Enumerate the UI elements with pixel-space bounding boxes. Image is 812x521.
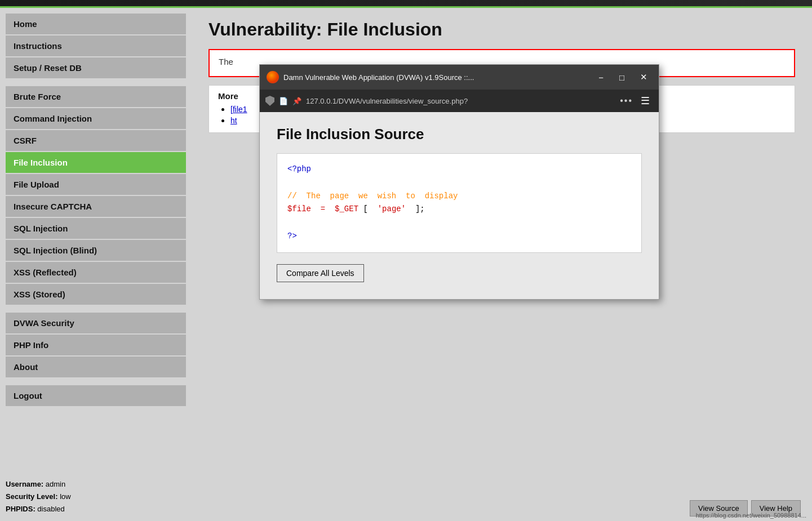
popup-title: Damn Vulnerable Web Application (DVWA) v… (283, 73, 587, 82)
code-line-6: ?> (287, 230, 631, 243)
sidebar-item-logout[interactable]: Logout (6, 385, 186, 406)
menu-dots: ••• (620, 96, 633, 106)
code-line-4: $file = $_GET [ 'page' ]; (287, 203, 631, 216)
status-url: https://blog.csdn.net/weixin_50988814... (696, 512, 806, 519)
code-line-2 (287, 176, 631, 190)
popup-addressbar: 📄 📌 127.0.0.1/DVWA/vulnerabilities/view_… (260, 90, 659, 112)
sidebar-item-dvwa-security[interactable]: DVWA Security (6, 313, 186, 333)
phpids-line: PHPIDS: disabled (6, 503, 186, 515)
close-button[interactable]: ✕ (636, 71, 652, 83)
sidebar-item-instructions[interactable]: Instructions (6, 35, 186, 56)
code-line-5 (287, 216, 631, 230)
sidebar-item-file-inclusion[interactable]: File Inclusion (6, 152, 186, 173)
sidebar-item-csrf[interactable]: CSRF (6, 130, 186, 151)
red-box-text: The (219, 57, 233, 66)
page-icon: 📄 (279, 97, 288, 105)
sidebar-item-command-injection[interactable]: Command Injection (6, 108, 186, 129)
shield-icon (265, 96, 274, 106)
sidebar-item-php-info[interactable]: PHP Info (6, 335, 186, 355)
sidebar-item-xss-stored[interactable]: XSS (Stored) (6, 284, 186, 305)
sidebar-item-brute-force[interactable]: Brute Force (6, 86, 186, 107)
username-label: Username: (6, 480, 43, 488)
sidebar-item-insecure-captcha[interactable]: Insecure CAPTCHA (6, 196, 186, 217)
phpids-label: PHPIDS: (6, 505, 36, 513)
main-content: Vulnerability: File Inclusion The More [… (192, 8, 812, 521)
code-box: <?php // The page we wish to display $fi… (277, 153, 642, 253)
minimize-button[interactable]: − (594, 72, 608, 83)
username-line: Username: admin (6, 478, 186, 491)
popup-body: File Inclusion Source <?php // The page … (260, 112, 659, 299)
page-title: Vulnerability: File Inclusion (208, 19, 795, 40)
hamburger-button[interactable]: ☰ (637, 93, 653, 108)
address-url[interactable]: 127.0.0.1/DVWA/vulnerabilities/view_sour… (306, 97, 615, 105)
pin-icon: 📌 (292, 97, 301, 105)
compare-all-levels-button[interactable]: Compare All Levels (277, 264, 364, 282)
sidebar: HomeInstructionsSetup / Reset DB Brute F… (0, 8, 192, 521)
popup-window: Damn Vulnerable Web Application (DVWA) v… (259, 64, 659, 300)
sidebar-item-home[interactable]: Home (6, 14, 186, 34)
sidebar-item-xss-reflected[interactable]: XSS (Reflected) (6, 262, 186, 283)
sidebar-item-sql-injection-blind[interactable]: SQL Injection (Blind) (6, 240, 186, 261)
top-bar (0, 0, 812, 8)
firefox-icon (267, 71, 279, 83)
sidebar-item-about[interactable]: About (6, 357, 186, 377)
security-label: Security Level: (6, 492, 58, 501)
code-line-3: // The page we wish to display (287, 190, 631, 203)
maximize-button[interactable]: □ (615, 72, 629, 83)
sidebar-item-sql-injection[interactable]: SQL Injection (6, 218, 186, 239)
sidebar-item-setup[interactable]: Setup / Reset DB (6, 57, 186, 78)
username-value: admin (46, 480, 65, 488)
security-value: low (60, 492, 71, 501)
code-line-1: <?php (287, 163, 631, 176)
security-line: Security Level: low (6, 491, 186, 503)
phpids-value: disabled (37, 505, 64, 513)
popup-titlebar: Damn Vulnerable Web Application (DVWA) v… (260, 65, 659, 90)
popup-heading: File Inclusion Source (277, 126, 642, 143)
sidebar-item-file-upload[interactable]: File Upload (6, 174, 186, 195)
